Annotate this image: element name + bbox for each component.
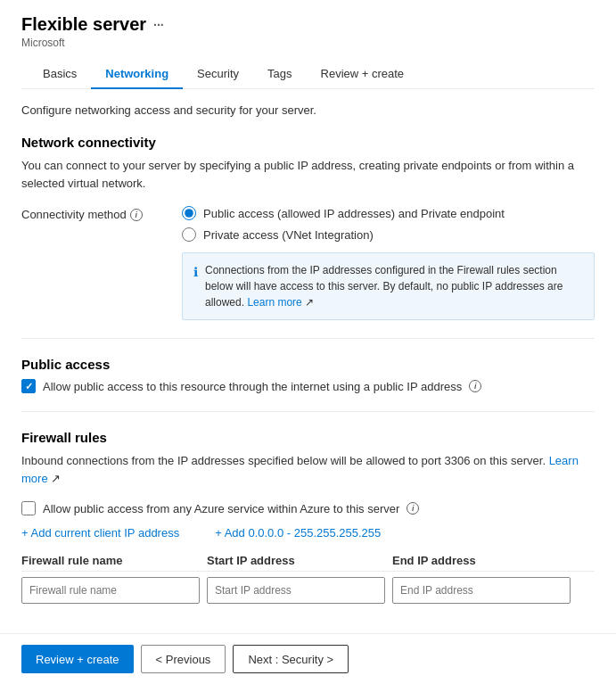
connectivity-info-box: ℹ Connections from the IP addresses conf… [182, 252, 595, 320]
firewall-table-header: Firewall rule name Start IP address End … [21, 554, 595, 572]
info-box-icon: ℹ [193, 263, 198, 282]
azure-service-info-icon[interactable]: i [407, 502, 419, 515]
firewall-rules-desc: Inbound connections from the IP addresse… [21, 452, 595, 487]
connectivity-method-row: Connectivity method i Public access (all… [21, 206, 595, 242]
radio-public-input[interactable] [182, 206, 196, 220]
review-create-button[interactable]: Review + create [21, 645, 134, 673]
azure-service-checkbox-row[interactable]: Allow public access from any Azure servi… [21, 501, 595, 515]
page-subtitle: Microsoft [21, 37, 595, 49]
learn-more-connectivity-link[interactable]: Learn more [247, 296, 301, 309]
tab-review-create[interactable]: Review + create [307, 60, 419, 89]
add-links-row: + Add current client IP address + Add 0.… [21, 526, 595, 540]
next-button[interactable]: Next : Security > [233, 645, 349, 673]
previous-button[interactable]: < Previous [141, 645, 226, 673]
azure-service-checkbox[interactable] [21, 501, 36, 515]
firewall-rules-title: Firewall rules [21, 430, 595, 445]
main-content: Configure networking access and security… [0, 89, 616, 675]
radio-public-access[interactable]: Public access (allowed IP addresses) and… [182, 206, 505, 220]
public-access-checkbox-row[interactable]: Allow public access to this resource thr… [21, 379, 595, 393]
network-connectivity-title: Network connectivity [21, 135, 595, 150]
public-access-info-icon[interactable]: i [469, 380, 481, 392]
add-client-ip-link[interactable]: + Add current client IP address [21, 526, 179, 540]
tab-tags[interactable]: Tags [253, 60, 306, 89]
page-title: Flexible server ··· [21, 14, 595, 35]
start-ip-input[interactable] [207, 577, 385, 604]
tab-networking[interactable]: Networking [91, 60, 183, 89]
firewall-rule-name-input[interactable] [21, 577, 200, 604]
public-access-checkbox[interactable] [21, 379, 36, 393]
firewall-table-row [21, 577, 595, 604]
end-ip-input[interactable] [392, 577, 571, 604]
footer: Review + create < Previous Next : Securi… [0, 633, 616, 684]
page-description: Configure networking access and security… [21, 103, 595, 117]
divider-1 [21, 338, 595, 339]
divider-2 [21, 411, 595, 412]
tab-basics[interactable]: Basics [43, 60, 91, 89]
add-range-link[interactable]: + Add 0.0.0.0 - 255.255.255.255 [215, 526, 381, 540]
radio-private-access[interactable]: Private access (VNet Integration) [182, 227, 505, 242]
connectivity-options: Public access (allowed IP addresses) and… [182, 206, 505, 242]
tab-security[interactable]: Security [183, 60, 253, 89]
radio-private-input[interactable] [182, 227, 196, 242]
connectivity-method-info-icon[interactable]: i [130, 209, 143, 221]
network-connectivity-desc: You can connect to your server by specif… [21, 157, 595, 192]
public-access-title: Public access [21, 357, 595, 372]
connectivity-method-label: Connectivity method i [21, 206, 182, 221]
ellipsis-menu[interactable]: ··· [153, 18, 164, 32]
tab-bar: Basics Networking Security Tags Review +… [21, 60, 595, 89]
